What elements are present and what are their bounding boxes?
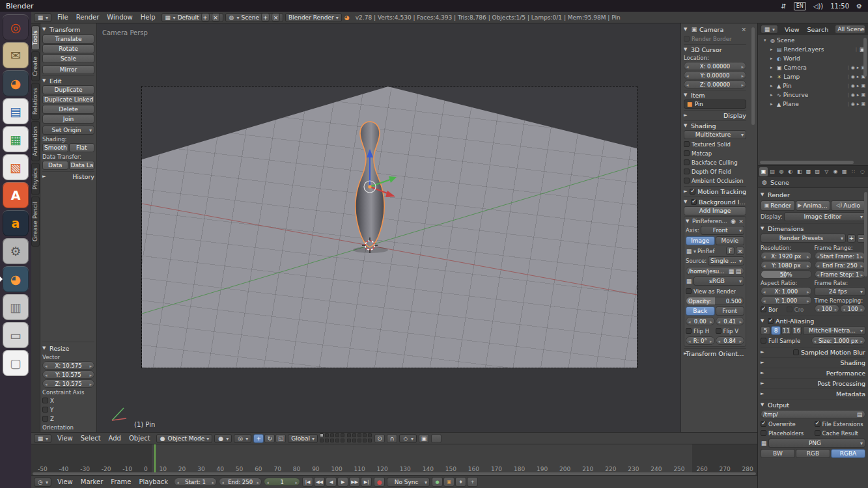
timeline-menu-item[interactable]: Marker bbox=[77, 478, 107, 485]
panel-header-render[interactable]: Render bbox=[761, 190, 865, 199]
color-mode-toggle[interactable]: RGB bbox=[796, 449, 830, 458]
layer-toggle[interactable] bbox=[347, 433, 351, 437]
time-remap-field[interactable]: 100 bbox=[840, 305, 865, 313]
bg-rotation-size-field[interactable]: 0.84 bbox=[716, 336, 745, 345]
visibility-toggle-icon[interactable]: ◉ bbox=[851, 92, 855, 98]
full-sample-checkbox[interactable]: Full Sample bbox=[761, 336, 810, 345]
color-mode-toggle[interactable]: RGBA bbox=[831, 449, 865, 458]
fake-user-button[interactable]: F bbox=[726, 247, 735, 255]
viewport-menu-item[interactable]: View bbox=[53, 435, 77, 442]
scrollbar[interactable] bbox=[751, 27, 755, 125]
outliner-menu-item[interactable]: Search bbox=[804, 26, 833, 33]
timeline-editor-select[interactable]: ◷ bbox=[34, 478, 51, 487]
panel-post-processing[interactable]: Post Processing bbox=[761, 378, 865, 387]
file-format-select[interactable]: PNG bbox=[768, 439, 865, 448]
expand-arrow-icon[interactable]: ▸ bbox=[770, 83, 775, 88]
tab-physics[interactable]: ◌ bbox=[858, 167, 867, 176]
outliner-row-lamp[interactable]: ▸ ☀ Lamp |▣ | ◉ ▸ ▣ bbox=[758, 72, 868, 81]
delete-scene-button[interactable]: × bbox=[272, 13, 280, 21]
transform-tool-button[interactable]: Translate bbox=[42, 34, 94, 44]
panel-header-transform[interactable]: Transform bbox=[42, 25, 94, 34]
selectability-toggle-icon[interactable]: ▸ bbox=[857, 83, 860, 88]
launcher-libreoffice-writer[interactable]: ▤ bbox=[3, 98, 29, 124]
aa-samples-button[interactable]: 5 bbox=[761, 326, 770, 335]
aa-samples-button[interactable]: 16 bbox=[792, 326, 802, 335]
bg-rotation-size-field[interactable]: R: 0° bbox=[686, 336, 715, 345]
panel-header-motion-tracking[interactable]: Motion Tracking bbox=[684, 186, 746, 195]
outliner-filter-select[interactable]: All Scenes bbox=[835, 25, 865, 34]
resize-vector-field[interactable]: X: 10.575 bbox=[42, 361, 94, 370]
renderability-toggle-icon[interactable]: ▣ bbox=[861, 102, 865, 107]
panel-checkbox[interactable] bbox=[690, 189, 695, 195]
bg-source-toggle[interactable]: Movie Clip bbox=[716, 236, 745, 245]
header-menu-item[interactable]: Window bbox=[103, 14, 136, 21]
shading-mode-select[interactable]: Multitexture bbox=[684, 130, 746, 139]
panel-header-3d-cursor[interactable]: 3D Cursor bbox=[684, 44, 746, 53]
visibility-toggle-icon[interactable]: ◉ bbox=[851, 74, 855, 79]
edit-tool-button[interactable]: Duplicate Linked bbox=[42, 95, 94, 104]
cursor-location-field[interactable]: Y: 0.00000 bbox=[684, 71, 746, 79]
panel-header-resize[interactable]: Resize bbox=[42, 344, 94, 353]
aa-samples-button[interactable]: 11 bbox=[781, 326, 791, 335]
layer-toggle[interactable] bbox=[335, 439, 339, 442]
editor-type-select[interactable]: ▦ bbox=[761, 25, 778, 34]
color-mode-toggle[interactable]: BW bbox=[761, 449, 795, 458]
render-display-select[interactable]: Image Editor bbox=[784, 212, 865, 221]
timeline-ruler[interactable]: -50-40-30-20-100102030405060708090100110… bbox=[31, 444, 757, 475]
outliner-row-renderlayers[interactable]: ▸ ▤ RenderLayers |▣ | ◉ ▸ ▣ bbox=[758, 45, 868, 54]
add-image-button[interactable]: Add Image bbox=[684, 206, 746, 215]
layer-toggle[interactable] bbox=[352, 433, 356, 437]
selectability-toggle-icon[interactable]: ▸ bbox=[857, 92, 860, 98]
aspect-ratio-field[interactable]: X: 1.000 bbox=[761, 287, 812, 295]
tool-shelf-tab[interactable]: Relations bbox=[31, 83, 40, 120]
manipulator-scale-button[interactable]: ◱ bbox=[275, 434, 286, 443]
tab-render[interactable]: ▣ bbox=[759, 167, 768, 176]
viewport-menu-item[interactable]: Add bbox=[105, 435, 125, 442]
layer-toggle[interactable] bbox=[320, 433, 324, 437]
3d-viewport[interactable]: Camera Persp (1) Pin bbox=[97, 23, 680, 432]
tab-texture[interactable]: ▦ bbox=[840, 167, 848, 176]
3d-cursor[interactable] bbox=[362, 237, 378, 253]
frame-dropping-button[interactable]: ● bbox=[432, 477, 443, 487]
outliner-menu-item[interactable]: View bbox=[781, 26, 804, 33]
header-menu-item[interactable]: File bbox=[53, 14, 72, 21]
timeline-menu-item[interactable]: Frame bbox=[107, 478, 135, 485]
jump-prev-keyframe-button[interactable]: ◀◀ bbox=[314, 477, 325, 487]
visibility-toggle-icon[interactable]: ◉ bbox=[851, 65, 855, 70]
resize-vector-field[interactable]: Z: 10.575 bbox=[42, 379, 94, 388]
panel-checkbox[interactable] bbox=[691, 199, 697, 205]
edit-tool-button[interactable]: Delete bbox=[42, 105, 94, 114]
tab-material[interactable]: ◉ bbox=[832, 167, 840, 176]
layer-toggle[interactable] bbox=[330, 433, 334, 437]
transform-tool-button[interactable]: Scale bbox=[42, 54, 94, 63]
view-as-render-checkbox[interactable]: View as Render bbox=[686, 287, 744, 295]
image-datablock-name[interactable]: PinRef bbox=[697, 248, 725, 254]
panel-metadata[interactable]: Metadata bbox=[761, 388, 865, 398]
tab-object[interactable]: ◧ bbox=[795, 167, 804, 176]
folder-icon[interactable]: ▤ bbox=[856, 411, 863, 418]
scene-select[interactable]: ◍ Scene + × bbox=[225, 13, 283, 22]
open-folder-icon[interactable]: ▤ bbox=[735, 268, 742, 275]
aa-samples-button[interactable]: 8 bbox=[771, 326, 781, 335]
remove-image-icon[interactable]: × bbox=[738, 218, 744, 224]
frame-range-field[interactable]: Start Frame: 1 bbox=[815, 252, 866, 260]
constraint-axis-checkbox[interactable]: X bbox=[42, 396, 94, 405]
bg-flip-checkbox[interactable]: Flip H bbox=[686, 327, 715, 335]
bg-offset-field[interactable]: 0.41 bbox=[716, 317, 745, 325]
bg-source-toggle[interactable]: Image bbox=[686, 236, 715, 245]
launcher-libreoffice-impress[interactable]: ▧ bbox=[3, 154, 29, 180]
volume-icon[interactable]: ◁)) bbox=[813, 3, 824, 10]
outliner-scrollbar-horizontal[interactable] bbox=[760, 161, 854, 164]
cursor-location-field[interactable]: Z: 0.00000 bbox=[684, 80, 746, 88]
launcher-archive[interactable]: ▥ bbox=[3, 294, 29, 320]
manipulator-translate-button[interactable]: + bbox=[253, 434, 264, 443]
panel-close-icon[interactable]: × bbox=[741, 26, 746, 33]
constraint-axis-checkbox[interactable]: Y bbox=[42, 405, 94, 414]
jump-to-end-button[interactable]: ▶| bbox=[361, 477, 372, 487]
panel-header-edit[interactable]: Edit bbox=[42, 75, 94, 85]
tool-shelf-tab[interactable]: Create bbox=[31, 51, 40, 81]
panel-header-history[interactable]: History bbox=[42, 171, 94, 180]
renderability-toggle-icon[interactable]: ▣ bbox=[861, 92, 865, 98]
resolution-percentage-slider[interactable]: 50% bbox=[761, 270, 812, 278]
viewport-shading-select[interactable]: ● bbox=[214, 434, 232, 443]
